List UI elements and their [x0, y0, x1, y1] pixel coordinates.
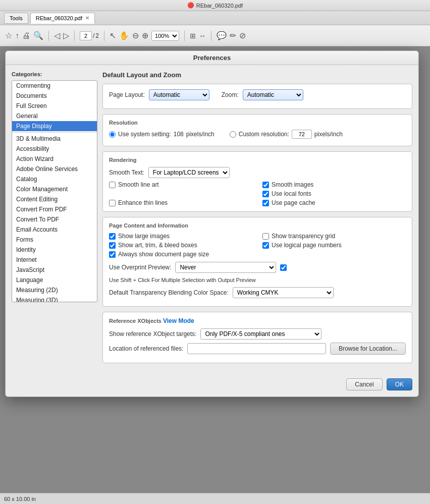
- tab-pdf[interactable]: REbar_060320.pdf ✕: [30, 13, 95, 24]
- cat-measuring-3d[interactable]: Measuring (3D): [12, 295, 97, 302]
- resolution-title: Resolution: [109, 120, 406, 126]
- location-row: Location of referenced files: Browse for…: [109, 343, 406, 355]
- cat-full-screen[interactable]: Full Screen: [12, 101, 97, 111]
- cat-email-accounts[interactable]: Email Accounts: [12, 225, 97, 235]
- always-show-doc-check[interactable]: [109, 251, 116, 258]
- custom-resolution-label: Custom resolution:: [239, 131, 289, 138]
- cursor-icon[interactable]: ↖: [110, 31, 116, 40]
- zoom-level-select[interactable]: Automatic 50% 100% 150%: [243, 89, 303, 100]
- title-bar-filename: REbar_060320.pdf: [196, 3, 243, 9]
- cat-documents[interactable]: Documents: [12, 91, 97, 101]
- pixels-inch-label-1: pixels/inch: [186, 131, 214, 138]
- hand-icon[interactable]: ✋: [119, 31, 129, 40]
- zoom-select[interactable]: 100%75%125%150%: [151, 31, 179, 41]
- cat-content-editing[interactable]: Content Editing: [12, 194, 97, 204]
- transparency-form-row: Default Transparency Blending Color Spac…: [109, 287, 406, 298]
- show-large-images-check[interactable]: [109, 233, 116, 240]
- cat-measuring-2d[interactable]: Measuring (2D): [12, 285, 97, 295]
- transparency-select[interactable]: Working CMYK Working RGB sRGB IEC61966-2…: [233, 287, 334, 298]
- pen-icon[interactable]: ✏: [230, 31, 236, 40]
- show-transparency-item: Show transparency grid: [262, 233, 406, 240]
- title-bar: 🔴 REbar_060320.pdf: [0, 0, 430, 11]
- comment-icon[interactable]: 💬: [217, 31, 227, 40]
- cat-internet[interactable]: Internet: [12, 255, 97, 265]
- cat-forms[interactable]: Forms: [12, 235, 97, 245]
- toolbar-sep-1: [48, 31, 49, 41]
- layout-zoom-group: Page Layout: Automatic Single Page Two-U…: [102, 84, 412, 109]
- show-reference-label: Show reference XObject targets:: [109, 330, 196, 338]
- layout-zoom-title: Default Layout and Zoom: [102, 71, 412, 80]
- zoom-in-icon[interactable]: ⊕: [142, 31, 148, 40]
- cat-page-display[interactable]: Page Display: [12, 121, 97, 131]
- show-reference-row: Show reference XObject targets: Only PDF…: [109, 328, 406, 340]
- toolbar-sep-3: [104, 31, 104, 41]
- cat-3d-multimedia[interactable]: 3D & Multimedia: [12, 134, 97, 144]
- cat-catalog[interactable]: Catalog: [12, 174, 97, 184]
- enhance-thin-lines-item: Enhance thin lines: [109, 199, 252, 206]
- cat-general[interactable]: General: [12, 111, 97, 121]
- page-layout-label: Page Layout:: [109, 91, 145, 98]
- search-icon[interactable]: 🔍: [33, 31, 43, 40]
- bookmark-icon[interactable]: ☆: [5, 31, 12, 40]
- page-separator: /: [93, 32, 94, 39]
- reference-xobjects-group: Reference XObjects View Mode Show refere…: [102, 312, 412, 363]
- cat-javascript[interactable]: JavaScript: [12, 265, 97, 275]
- use-system-setting-radio[interactable]: [109, 131, 116, 138]
- fit-width-icon[interactable]: ↔: [199, 32, 206, 40]
- use-local-fonts-label: Use local fonts: [272, 190, 311, 197]
- cat-convert-from-pdf[interactable]: Convert From PDF: [12, 204, 97, 214]
- print-icon[interactable]: 🖨: [22, 31, 30, 40]
- enhance-thin-lines-check[interactable]: [109, 200, 116, 206]
- system-setting-row: Use system setting: 108 pixels/inch Cust…: [109, 130, 406, 139]
- cancel-button[interactable]: Cancel: [346, 378, 382, 390]
- back-icon[interactable]: ↑: [15, 31, 19, 40]
- show-transparency-check[interactable]: [262, 233, 269, 240]
- dialog-footer: Cancel OK: [6, 374, 418, 397]
- smooth-line-art-check[interactable]: [109, 182, 116, 188]
- show-transparency-label: Show transparency grid: [272, 233, 335, 240]
- view-mode-link[interactable]: View Mode: [163, 317, 194, 324]
- custom-resolution-input[interactable]: [292, 130, 312, 139]
- fit-page-icon[interactable]: ⊞: [190, 32, 196, 40]
- show-reference-select[interactable]: Only PDF/X-5 compliant ones All referenc…: [200, 328, 321, 340]
- cat-color-management[interactable]: Color Management: [12, 184, 97, 194]
- tab-tools-label: Tools: [10, 15, 23, 21]
- prev-page-icon[interactable]: ◁: [54, 31, 60, 40]
- enhance-thin-lines-label: Enhance thin lines: [118, 199, 168, 206]
- shift-click-check[interactable]: [280, 264, 287, 271]
- use-local-fonts-check[interactable]: [262, 191, 269, 197]
- preferences-dialog: Preferences Categories: Commenting Docum…: [5, 50, 419, 397]
- page-layout-select[interactable]: Automatic Single Page Two-Up: [149, 89, 209, 100]
- cat-language[interactable]: Language: [12, 275, 97, 285]
- custom-resolution-radio[interactable]: [230, 131, 236, 138]
- cat-action-wizard[interactable]: Action Wizard: [12, 154, 97, 164]
- use-overprint-select[interactable]: Never Always Only for PDF/X files: [175, 262, 276, 273]
- use-page-cache-item: Use page cache: [262, 199, 406, 206]
- stamp-icon[interactable]: ⊘: [239, 31, 246, 40]
- location-input[interactable]: [187, 343, 326, 354]
- reference-xobjects-label: Reference XObjects: [109, 318, 163, 324]
- categories-label: Categories:: [12, 71, 97, 77]
- show-art-trim-check[interactable]: [109, 242, 116, 249]
- zoom-out-icon[interactable]: ⊖: [132, 31, 139, 40]
- use-logical-page-check[interactable]: [262, 242, 269, 249]
- cat-identity[interactable]: Identity: [12, 245, 97, 255]
- use-local-fonts-item: Use local fonts: [262, 190, 406, 197]
- cat-commenting[interactable]: Commenting: [12, 81, 97, 91]
- smooth-text-select[interactable]: For Laptop/LCD screens For Desktop scree…: [148, 167, 230, 178]
- tab-close-icon[interactable]: ✕: [85, 15, 89, 21]
- smooth-images-check[interactable]: [262, 182, 269, 188]
- ok-button[interactable]: OK: [387, 378, 412, 390]
- always-show-doc-item: Always show document page size: [109, 251, 252, 258]
- toolbar-sep-4: [184, 31, 185, 41]
- next-page-icon[interactable]: ▷: [63, 31, 69, 40]
- overprint-row: Use Overprint Preview: Never Always Only…: [109, 262, 406, 283]
- tab-tools[interactable]: Tools: [4, 13, 28, 24]
- browse-location-button[interactable]: Browse for Location...: [330, 343, 406, 355]
- page-current-input[interactable]: [80, 31, 92, 40]
- cat-accessibility[interactable]: Accessibility: [12, 144, 97, 154]
- cat-convert-to-pdf[interactable]: Convert To PDF: [12, 214, 97, 225]
- use-page-cache-check[interactable]: [262, 200, 269, 206]
- cat-adobe-online[interactable]: Adobe Online Services: [12, 164, 97, 174]
- page-content-group: Page Content and Information Show large …: [102, 217, 412, 307]
